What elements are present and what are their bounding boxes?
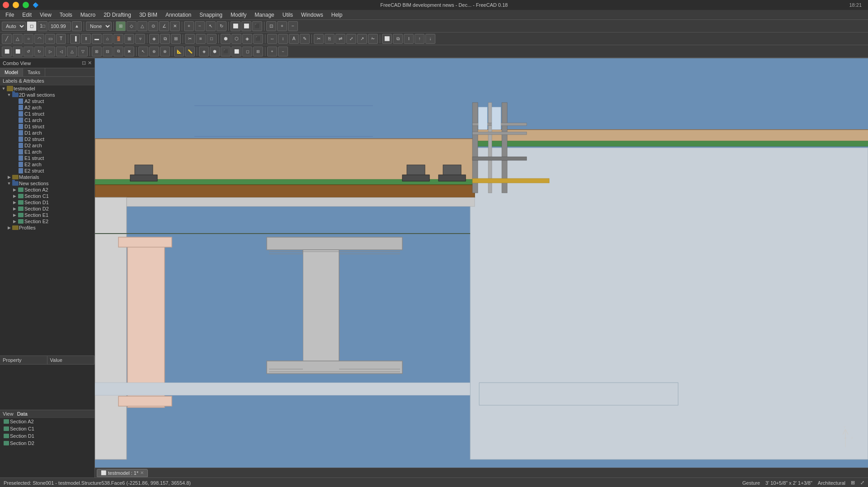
bim3-btn[interactable]: ◈ bbox=[242, 34, 252, 44]
tool19[interactable]: ⬢ bbox=[210, 47, 220, 56]
tool9[interactable]: ⊞ bbox=[92, 47, 102, 56]
tool20[interactable]: ⬛ bbox=[221, 47, 231, 56]
export-btn[interactable]: ↑ bbox=[415, 34, 425, 44]
dim1-btn[interactable]: ↔ bbox=[267, 34, 277, 44]
rotate-btn[interactable]: ↻ bbox=[217, 21, 226, 31]
tree-section-a2[interactable]: ▶ Section A2 bbox=[0, 187, 94, 193]
menu-view[interactable]: View bbox=[36, 11, 55, 19]
menu-help[interactable]: Help bbox=[328, 11, 346, 19]
tree-section-e2[interactable]: ▶ Section E2 bbox=[0, 218, 94, 225]
scale-input[interactable] bbox=[48, 22, 71, 31]
tree-2d-wall-sections[interactable]: ▼ 2D wall sections bbox=[0, 92, 94, 98]
scale-btn[interactable]: ⤢ bbox=[346, 34, 356, 44]
tool17[interactable]: 📏 bbox=[185, 47, 195, 56]
tree-profiles[interactable]: ▶ Profiles bbox=[0, 225, 94, 231]
column-btn[interactable]: Ⅱ bbox=[81, 34, 91, 44]
menu-macro[interactable]: Macro bbox=[77, 11, 99, 19]
minimize-button[interactable] bbox=[13, 2, 19, 8]
snap-angle-btn[interactable]: ∠ bbox=[159, 21, 169, 31]
menu-utils[interactable]: Utils bbox=[279, 11, 297, 19]
tree-d2-struct[interactable]: D2 struct bbox=[0, 136, 94, 142]
view-tab-close[interactable]: ✕ bbox=[140, 470, 144, 475]
tree-a2-struct[interactable]: A2 struct bbox=[0, 98, 94, 104]
tool6[interactable]: ◁ bbox=[56, 47, 66, 56]
color-btn[interactable]: ◻ bbox=[27, 21, 37, 31]
tool18[interactable]: ◈ bbox=[199, 47, 209, 56]
tool25[interactable]: − bbox=[278, 47, 288, 56]
mirror-btn[interactable]: ⇌ bbox=[335, 34, 345, 44]
section-list-d1[interactable]: Section D1 bbox=[0, 432, 94, 440]
active-view-tab[interactable]: ⬜ testmodel : 1* ✕ bbox=[97, 469, 148, 477]
zoom-in-btn[interactable]: + bbox=[277, 21, 287, 31]
tab-tasks[interactable]: Tasks bbox=[23, 68, 45, 76]
tree-c1-struct[interactable]: C1 struct bbox=[0, 111, 94, 117]
tool10[interactable]: ⊟ bbox=[103, 47, 113, 56]
tree-section-e1[interactable]: ▶ Section E1 bbox=[0, 212, 94, 218]
snap-center-btn[interactable]: ⊙ bbox=[148, 21, 158, 31]
ifc-btn[interactable]: Ⅰ bbox=[404, 34, 414, 44]
draw-poly-btn[interactable]: △ bbox=[13, 34, 23, 44]
view-btn2[interactable]: ⬜ bbox=[241, 21, 251, 31]
import-btn[interactable]: ↓ bbox=[425, 34, 435, 44]
menu-annotation[interactable]: Annotation bbox=[162, 11, 195, 19]
data-tab[interactable]: Data bbox=[17, 411, 28, 417]
tree-root[interactable]: ▼ testmodel bbox=[0, 85, 94, 92]
tool16[interactable]: 📐 bbox=[174, 47, 184, 56]
tree-e1-arch[interactable]: E1 arch bbox=[0, 149, 94, 155]
draw-rect-btn[interactable]: ▭ bbox=[45, 34, 55, 44]
combo-float-btn[interactable]: ⊡ bbox=[82, 60, 86, 66]
tree-d1-struct[interactable]: D1 struct bbox=[0, 123, 94, 130]
bim4-btn[interactable]: ⬛ bbox=[253, 34, 263, 44]
fullscreen-icon[interactable]: ⤢ bbox=[860, 480, 864, 486]
draw-text-btn[interactable]: T bbox=[56, 34, 66, 44]
menu-snapping[interactable]: Snapping bbox=[196, 11, 226, 19]
section-btn[interactable]: ✂ bbox=[185, 34, 195, 44]
tool7[interactable]: △ bbox=[67, 47, 77, 56]
tool22[interactable]: ◻ bbox=[242, 47, 252, 56]
tool11[interactable]: ⧉ bbox=[113, 47, 123, 56]
subtract-btn[interactable]: − bbox=[195, 21, 205, 31]
view-btn1[interactable]: ⬜ bbox=[231, 21, 241, 31]
offset-btn[interactable]: ↗ bbox=[357, 34, 367, 44]
grid-icon[interactable]: ⊞ bbox=[851, 480, 855, 486]
tree-section-c1[interactable]: ▶ Section C1 bbox=[0, 193, 94, 199]
draw-arc-btn[interactable]: ◠ bbox=[34, 34, 44, 44]
view-btn3[interactable]: ⬛ bbox=[252, 21, 262, 31]
tree-c1-arch[interactable]: C1 arch bbox=[0, 117, 94, 123]
layer-btn[interactable]: ⧉ bbox=[393, 34, 403, 44]
tool3[interactable]: ↺ bbox=[24, 47, 33, 56]
scale-up-btn[interactable]: ▲ bbox=[72, 21, 82, 31]
menu-edit[interactable]: Edit bbox=[19, 11, 35, 19]
tool14[interactable]: ⊕ bbox=[149, 47, 159, 56]
tool1[interactable]: ⬜ bbox=[2, 47, 12, 56]
tool21[interactable]: ⬜ bbox=[231, 47, 241, 56]
linewidth-btn[interactable]: 1□ bbox=[38, 21, 47, 31]
menu-windows[interactable]: Windows bbox=[297, 11, 327, 19]
label-btn[interactable]: ✎ bbox=[300, 34, 310, 44]
cut-btn[interactable]: ✂ bbox=[314, 34, 324, 44]
maximize-button[interactable] bbox=[23, 2, 29, 8]
space-btn[interactable]: □ bbox=[207, 34, 217, 44]
tool13[interactable]: ↖ bbox=[138, 47, 148, 56]
snap-endpoint-btn[interactable]: ◇ bbox=[127, 21, 137, 31]
menu-3dbim[interactable]: 3D BIM bbox=[136, 11, 161, 19]
combo-close-btn[interactable]: ✕ bbox=[88, 60, 92, 66]
clone-btn[interactable]: ⧉ bbox=[160, 34, 170, 44]
bim2-btn[interactable]: ⬡ bbox=[231, 34, 241, 44]
material-btn[interactable]: ◈ bbox=[149, 34, 159, 44]
tool24[interactable]: + bbox=[267, 47, 277, 56]
menu-2ddrafting[interactable]: 2D Drafting bbox=[100, 11, 135, 19]
copy-btn[interactable]: ⎘ bbox=[325, 34, 335, 44]
window-btn[interactable]: ⊞ bbox=[124, 34, 134, 44]
tree-e1-struct[interactable]: E1 struct bbox=[0, 155, 94, 161]
tool8[interactable]: ▽ bbox=[78, 47, 88, 56]
zoom-fit-btn[interactable]: ⊡ bbox=[266, 21, 276, 31]
tree-section-d2[interactable]: ▶ Section D2 bbox=[0, 206, 94, 212]
tree-materials[interactable]: ▶ Materials bbox=[0, 174, 94, 180]
viewport[interactable]: Y X ⬜ testmodel : 1* ✕ bbox=[95, 58, 868, 478]
dim2-btn[interactable]: ↕ bbox=[278, 34, 288, 44]
tool5[interactable]: ▷ bbox=[45, 47, 55, 56]
tree-d1-arch[interactable]: D1 arch bbox=[0, 130, 94, 136]
stairs-btn[interactable]: ▿ bbox=[135, 34, 145, 44]
menu-file[interactable]: File bbox=[2, 11, 18, 19]
